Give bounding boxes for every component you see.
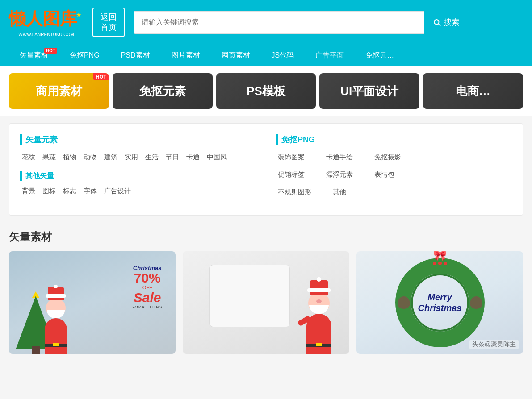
menu-tag-piaofu[interactable]: 漂浮元素 xyxy=(324,170,355,180)
wreath: 🎀 Merry Christmas xyxy=(395,258,485,347)
cat-card-ecommerce[interactable]: 电商… xyxy=(423,73,523,109)
search-area: 搜索 xyxy=(134,11,469,34)
cat-label-ui: UI平面设计 xyxy=(340,83,398,99)
menu-tag-qita[interactable]: 其他 xyxy=(331,187,348,197)
menu-tag-huawen[interactable]: 花纹 xyxy=(20,152,37,162)
santa-figure-2 xyxy=(306,314,331,354)
nav-label-png: 免抠PNG xyxy=(70,51,100,60)
menu-tag-miankouying[interactable]: 免抠摄影 xyxy=(373,152,403,162)
nav-item-image[interactable]: 图片素材 xyxy=(161,45,211,66)
nav-item-cutout[interactable]: 免抠元… xyxy=(355,45,405,66)
menu-subheading-other: 其他矢量 xyxy=(20,171,256,181)
logo-brand: 懒人图库 ★ xyxy=(9,8,84,30)
watermark: 头条@聚灵阵主 xyxy=(469,340,519,349)
search-input[interactable] xyxy=(134,11,424,34)
menu-tag-tubiao[interactable]: 图标 xyxy=(41,186,58,196)
menu-tag-zhuangshi[interactable]: 装饰图案 xyxy=(276,152,306,162)
menu-col-vector: 矢量元素 花纹 果蔬 植物 动物 建筑 实用 生活 节日 卡通 中国风 其他矢量… xyxy=(20,134,265,204)
back-home-button[interactable]: 返回 首页 xyxy=(92,8,125,37)
nav-label-image: 图片素材 xyxy=(172,51,200,60)
menu-tag-katongshougui[interactable]: 卡通手绘 xyxy=(324,152,355,162)
santa-figure-1 xyxy=(45,318,67,354)
menu-tag-shiyong[interactable]: 实用 xyxy=(123,152,140,162)
menu-col-png: 免抠PNG 装饰图案 卡通手绘 免抠摄影 促销标签 漂浮元素 表情包 不规则图形… xyxy=(265,134,512,204)
image-grid: Christmas 70% OFF Sale FOR ALL ITEMS xyxy=(0,248,532,363)
nav-item-png[interactable]: 免抠PNG xyxy=(59,45,110,66)
nav-label-js: JS代码 xyxy=(272,51,294,60)
nav-item-vector[interactable]: 矢量素材 HOT xyxy=(9,45,59,66)
svg-line-1 xyxy=(438,24,440,25)
hot-badge-vector: HOT xyxy=(44,48,57,54)
menu-tag-biaoqing[interactable]: 表情包 xyxy=(373,170,396,180)
menu-group-3: 不规则图形 其他 xyxy=(276,187,512,197)
nav-label-cutout: 免抠元… xyxy=(365,51,394,60)
menu-section: 矢量元素 花纹 果蔬 植物 动物 建筑 实用 生活 节日 卡通 中国风 其他矢量… xyxy=(9,123,523,216)
menu-tags-other: 背景 图标 标志 字体 广告设计 xyxy=(20,186,256,196)
cat-label-ecommerce: 电商… xyxy=(456,83,490,99)
menu-tag-guanggaosheji[interactable]: 广告设计 xyxy=(102,186,133,196)
sale-overlay: Christmas 70% OFF Sale FOR ALL ITEMS xyxy=(132,265,162,309)
menu-tag-katong[interactable]: 卡通 xyxy=(184,152,201,162)
image-card-3[interactable]: 🎀 Merry Christmas 头条@聚灵阵主 xyxy=(356,251,523,354)
menu-tag-ziti[interactable]: 字体 xyxy=(82,186,99,196)
nav-item-ad[interactable]: 广告平面 xyxy=(305,45,355,66)
menu-tag-buguzexing[interactable]: 不规则图形 xyxy=(276,187,313,197)
cat-card-cutout[interactable]: 免抠元素 xyxy=(113,73,213,109)
cat-label-ps: PS模板 xyxy=(247,83,285,99)
logo-url: WWW.LANRENTUKU.COM xyxy=(18,32,74,37)
menu-tags-vector: 花纹 果蔬 植物 动物 建筑 实用 生活 节日 卡通 中国风 xyxy=(20,152,256,162)
menu-tag-shenghuo[interactable]: 生活 xyxy=(143,152,160,162)
menu-tag-jianzhu[interactable]: 建筑 xyxy=(102,152,119,162)
category-section: 商用素材 HOT 免抠元素 PS模板 UI平面设计 电商… xyxy=(0,66,532,116)
menu-tag-dongwu[interactable]: 动物 xyxy=(82,152,99,162)
nav-label-ad: 广告平面 xyxy=(315,51,344,60)
cat-card-commercial[interactable]: 商用素材 HOT xyxy=(9,73,109,109)
menu-tag-cuxiao[interactable]: 促销标签 xyxy=(276,170,306,180)
header: 懒人图库 ★ WWW.LANRENTUKU.COM 返回 首页 搜索 xyxy=(0,0,532,45)
menu-heading-png: 免抠PNG xyxy=(276,134,512,145)
cat-card-ui[interactable]: UI平面设计 xyxy=(319,73,419,109)
hot-corner-commercial: HOT xyxy=(93,73,109,80)
search-icon xyxy=(433,18,441,26)
menu-tag-zhiwu[interactable]: 植物 xyxy=(61,152,78,162)
menu-heading-vector: 矢量元素 xyxy=(20,134,256,145)
sign-board xyxy=(209,265,290,327)
menu-tag-beijing[interactable]: 背景 xyxy=(20,186,37,196)
logo-star: ★ xyxy=(76,11,82,18)
logo-area: 懒人图库 ★ WWW.LANRENTUKU.COM xyxy=(9,8,84,37)
nav-bar: 矢量素材 HOT 免抠PNG PSD素材 图片素材 网页素材 JS代码 广告平面… xyxy=(0,45,532,66)
cat-label-cutout: 免抠元素 xyxy=(139,83,186,99)
section-title-bar: 矢量素材 xyxy=(0,223,532,248)
section-title: 矢量素材 xyxy=(9,230,523,244)
nav-label-web: 网页素材 xyxy=(222,51,250,60)
menu-tag-guoshu[interactable]: 果蔬 xyxy=(41,152,58,162)
nav-item-js[interactable]: JS代码 xyxy=(261,45,305,66)
menu-tag-zhongguofeng[interactable]: 中国风 xyxy=(205,152,229,162)
menu-tag-biaozhidesign[interactable]: 标志 xyxy=(61,186,78,196)
nav-item-psd[interactable]: PSD素材 xyxy=(110,45,161,66)
search-btn-label: 搜索 xyxy=(444,17,460,28)
menu-group-2: 促销标签 漂浮元素 表情包 xyxy=(276,170,512,180)
image-card-1[interactable]: Christmas 70% OFF Sale FOR ALL ITEMS xyxy=(9,251,176,354)
image-card-2[interactable] xyxy=(183,251,349,354)
menu-tag-jieri[interactable]: 节日 xyxy=(164,152,181,162)
logo-text[interactable]: 懒人图库 xyxy=(9,8,77,30)
cat-label-commercial: 商用素材 xyxy=(36,83,82,99)
nav-item-web[interactable]: 网页素材 xyxy=(211,45,261,66)
nav-label-psd: PSD素材 xyxy=(121,51,150,60)
search-button[interactable]: 搜索 xyxy=(424,11,469,34)
menu-group-1: 装饰图案 卡通手绘 免抠摄影 xyxy=(276,152,512,162)
cat-card-ps[interactable]: PS模板 xyxy=(216,73,316,109)
